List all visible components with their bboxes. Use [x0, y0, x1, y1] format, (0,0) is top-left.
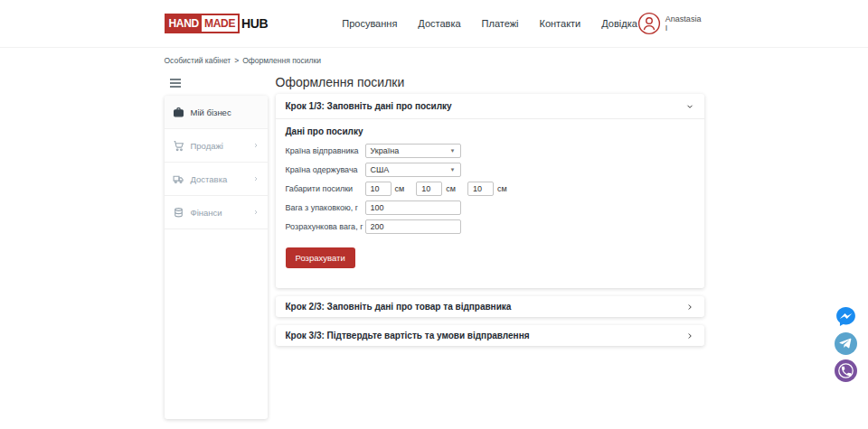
form-section-title: Дані про посилку: [286, 126, 694, 136]
messenger-button[interactable]: [835, 305, 857, 328]
sidebar-item-finance[interactable]: Фінанси: [165, 196, 268, 229]
nav-payments[interactable]: Платежі: [482, 18, 519, 29]
sidebar-item-delivery[interactable]: Доставка: [165, 163, 268, 196]
parcel-form: Дані про посилку Країна відправника Укра…: [276, 119, 704, 288]
step3-header[interactable]: Крок 3/3: Підтвердьте вартість та умови …: [276, 325, 704, 346]
user-menu[interactable]: Anastasia I: [637, 12, 704, 35]
chevron-right-icon: [252, 142, 259, 149]
telegram-icon: [835, 332, 857, 355]
step1-card: Крок 1/3: Заповніть дані про посилку Дан…: [276, 94, 704, 288]
viber-icon: [835, 359, 857, 382]
cart-icon: [173, 140, 184, 152]
messenger-icon: [835, 305, 857, 328]
nav-help[interactable]: Довідка: [601, 18, 637, 29]
social-widgets: [835, 305, 857, 382]
sender-country-select[interactable]: Україна ▼: [365, 144, 461, 158]
chevron-down-icon: [685, 102, 694, 111]
dimensions-label: Габарити посилки: [286, 184, 365, 193]
sidebar-item-sales[interactable]: Продажі: [165, 129, 268, 163]
dropdown-arrow-icon: ▼: [450, 148, 456, 154]
sidebar-menu: Мій бізнес Продажі: [165, 96, 268, 419]
dimension-unit: см: [497, 184, 507, 193]
calc-weight-input[interactable]: [365, 219, 461, 234]
chevron-right-icon: [685, 331, 694, 340]
user-avatar-icon: [637, 12, 661, 35]
dimension-height-input[interactable]: [467, 182, 494, 196]
breadcrumb: Особистий кабінет>Оформлення посилки: [165, 56, 704, 65]
truck-icon: [173, 173, 184, 185]
logo-text-hub: HUB: [241, 16, 268, 31]
logo-box: HAND MADE: [165, 14, 241, 33]
calculate-button[interactable]: Розрахувати: [286, 247, 355, 268]
step2-card: Крок 2/3: Заповніть дані про товар та ві…: [276, 296, 704, 317]
receiver-country-select[interactable]: США ▼: [365, 163, 461, 177]
viber-button[interactable]: [835, 359, 857, 382]
sidebar-item-label: Доставка: [191, 174, 228, 184]
menu-toggle-button[interactable]: [165, 76, 186, 91]
step3-card: Крок 3/3: Підтвердьте вартість та умови …: [276, 325, 704, 346]
user-name: Anastasia I: [665, 14, 704, 33]
calc-weight-label: Розрахункова вага, г: [286, 222, 365, 231]
sender-country-label: Країна відправника: [286, 146, 365, 155]
header: HAND MADE HUB Просування Доставка Платеж…: [0, 0, 868, 48]
briefcase-icon: [173, 107, 184, 118]
step2-header[interactable]: Крок 2/3: Заповніть дані про товар та ві…: [276, 296, 704, 317]
breadcrumb-separator: >: [234, 56, 239, 65]
logo[interactable]: HAND MADE HUB: [165, 14, 269, 33]
dimension-length-input[interactable]: [365, 182, 392, 196]
step1-header[interactable]: Крок 1/3: Заповніть дані про посилку: [276, 94, 704, 119]
page-title: Оформлення посилки: [276, 76, 704, 89]
nav-contacts[interactable]: Контакти: [540, 18, 581, 29]
sidebar-item-label: Мій бізнес: [191, 107, 231, 117]
step1-title: Крок 1/3: Заповніть дані про посилку: [286, 101, 452, 111]
menu-icon: [170, 77, 181, 90]
packed-weight-label: Вага з упаковкою, г: [286, 203, 365, 212]
dropdown-arrow-icon: ▼: [450, 167, 456, 173]
chevron-right-icon: [685, 303, 694, 312]
coins-icon: [173, 207, 184, 219]
main-content: Оформлення посилки Крок 1/3: Заповніть д…: [276, 76, 704, 354]
step3-title: Крок 3/3: Підтвердьте вартість та умови …: [286, 331, 530, 340]
sidebar: Мій бізнес Продажі: [165, 76, 268, 419]
breadcrumb-current: Оформлення посилки: [242, 56, 321, 65]
packed-weight-input[interactable]: [365, 201, 461, 215]
breadcrumb-home[interactable]: Особистий кабінет: [165, 56, 231, 65]
dimension-unit: см: [395, 184, 405, 193]
sidebar-item-my-business[interactable]: Мій бізнес: [165, 96, 268, 129]
dimension-width-input[interactable]: [416, 182, 442, 196]
sidebar-item-label: Фінанси: [191, 208, 222, 218]
nav-delivery[interactable]: Доставка: [418, 18, 460, 29]
receiver-country-label: Країна одержувача: [286, 165, 365, 174]
chevron-right-icon: [252, 175, 259, 182]
logo-text-made: MADE: [202, 15, 238, 32]
sidebar-item-label: Продажі: [191, 141, 223, 151]
nav-promotion[interactable]: Просування: [342, 18, 397, 29]
logo-text-hand: HAND: [166, 15, 202, 32]
chevron-right-icon: [252, 209, 259, 216]
dimension-unit: см: [446, 184, 456, 193]
main-nav: Просування Доставка Платежі Контакти Дов…: [342, 18, 637, 29]
telegram-button[interactable]: [835, 332, 857, 355]
step2-title: Крок 2/3: Заповніть дані про товар та ві…: [286, 302, 512, 312]
